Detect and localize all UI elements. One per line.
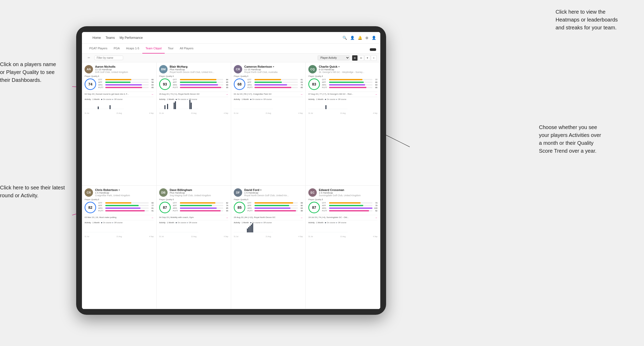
player-header: AN Aaron Nicholls 11-15 Handicap Drift G…: [85, 65, 154, 73]
recent-arrow[interactable]: →: [151, 216, 154, 219]
activity-header: Activity · 1 Month On course Off course: [308, 98, 377, 100]
quality-label: Player Quality ℹ: [234, 198, 303, 201]
stat-putt: PUTT 95: [173, 86, 228, 89]
filter-input[interactable]: [94, 56, 123, 60]
activity-chart: [159, 101, 228, 112]
quality-score[interactable]: 68: [234, 78, 245, 90]
recent-round[interactable]: 19 Jul 23 | 74 (+4), Sunningdale GC - Ol…: [308, 215, 377, 219]
recent-round[interactable]: 03 Mar 23 | 19, Must make putting →: [85, 215, 154, 219]
quality-score[interactable]: 82: [85, 202, 96, 213]
player-card[interactable]: CR Chris Robertson● 1-5 Handicap Craigmi…: [82, 186, 157, 309]
quality-section: 87 OTT 73 APP 79 ARG 103 PU: [308, 202, 377, 213]
stat-putt: PUTT 85: [98, 86, 154, 89]
tab-pga[interactable]: PGA: [111, 44, 123, 54]
add-team-button[interactable]: [370, 48, 376, 51]
stat-ott: OTT 84: [173, 78, 228, 81]
quality-label: Player Quality ℹ: [85, 75, 154, 77]
quality-score[interactable]: 93: [159, 78, 171, 90]
player-avatar: DF: [234, 188, 242, 197]
stat-arg: ARG 83: [247, 207, 303, 209]
player-header: CR Chris Robertson● 1-5 Handicap Craigmi…: [85, 188, 154, 197]
list-view-button[interactable]: ⊟: [358, 55, 364, 61]
stat-app: APP 58: [98, 81, 154, 83]
stat-putt: PUTT 94: [173, 210, 228, 212]
settings-icon[interactable]: ⊕: [365, 36, 368, 40]
player-card[interactable]: DF David Ford● 1-5 Handicap Royal North …: [231, 186, 306, 309]
recent-arrow[interactable]: →: [226, 93, 228, 96]
quality-score[interactable]: 74: [85, 78, 96, 90]
player-header: BM Blair McHarg Plus Handicap Royal Nort…: [159, 65, 228, 73]
player-avatar: AN: [85, 65, 93, 73]
player-handicap: 1-5 Handicap: [244, 191, 303, 194]
recent-arrow[interactable]: →: [375, 216, 377, 219]
player-name[interactable]: Aaron Nicholls: [95, 65, 154, 68]
activity-header: Activity · 1 Month On course Off course: [234, 98, 303, 100]
player-card[interactable]: AN Aaron Nicholls 11-15 Handicap Drift G…: [82, 62, 157, 186]
nav-right: 🔍 👤 🔔 ⊕ 👤: [342, 36, 376, 40]
quality-score[interactable]: 83: [308, 78, 320, 90]
recent-arrow[interactable]: →: [375, 93, 377, 96]
player-card[interactable]: CQ Charlie Quick● 6-10 Handicap St. Geor…: [306, 62, 380, 186]
recent-arrow[interactable]: →: [226, 216, 228, 219]
player-handicap: Plus Handicap: [170, 68, 228, 71]
search-icon[interactable]: 🔍: [342, 36, 347, 40]
profile-icon[interactable]: 👤: [350, 36, 355, 40]
player-club: Royal Perth Golf Club, Australia: [244, 71, 303, 73]
recent-arrow[interactable]: →: [151, 93, 154, 96]
recent-round[interactable]: 07 Aug 23 | 77 (+7), St George's Hill GC…: [308, 92, 377, 96]
player-name[interactable]: Edward Crossman: [319, 188, 377, 191]
recent-round[interactable]: 04 Sep 23 | Mobility with coach, Gym →: [159, 215, 228, 219]
recent-round[interactable]: 26 Aug 23 | 84 (+12), Royal North Devon …: [234, 215, 303, 219]
player-club: Craigmillar Park, United Kingdom: [95, 194, 154, 197]
show-select[interactable]: Player Activity Quality Score Trend: [318, 55, 350, 60]
player-grid: AN Aaron Nicholls 11-15 Handicap Drift G…: [82, 62, 380, 309]
player-name[interactable]: Chris Robertson●: [95, 188, 154, 191]
player-name[interactable]: Charlie Quick●: [319, 65, 377, 68]
tab-pgat-players[interactable]: PGAT Players: [86, 44, 111, 54]
player-name[interactable]: Cameron Robertson●: [244, 65, 303, 68]
recent-round[interactable]: 02 Sep 23 | Sunset round to get back int…: [85, 92, 154, 96]
recent-round[interactable]: 26 Aug 23 | 73 (+1), Royal North Devon G…: [159, 92, 228, 96]
tab-team-clippd[interactable]: Team Clippd: [142, 44, 165, 54]
player-name[interactable]: Dave Billingham: [170, 188, 228, 191]
player-avatar: CR: [85, 188, 93, 197]
player-name[interactable]: David Ford●: [244, 188, 303, 191]
stat-app: APP 77: [98, 204, 154, 207]
stats-list: OTT 60 APP 77 ARG 81 PUTT 91: [98, 202, 154, 212]
stat-app: APP 85: [173, 81, 228, 83]
player-header: EC Edward Crossman 1-5 Handicap Sunningd…: [308, 188, 377, 197]
quality-score[interactable]: 85: [234, 202, 245, 213]
stats-list: OTT 89 APP 80 ARG 83 PUTT 96: [247, 202, 303, 212]
player-name[interactable]: Blair McHarg: [170, 65, 228, 68]
player-card[interactable]: DB Dave Billingham Plus Handicap Sog Mag…: [157, 186, 231, 309]
player-avatar: CQ: [308, 65, 317, 73]
tab-all-players[interactable]: All Players: [177, 44, 197, 54]
nav-my-performance[interactable]: My Performance: [120, 36, 143, 40]
svg-line-4: [383, 134, 410, 147]
quality-score[interactable]: 87: [159, 202, 171, 213]
tab-hcaps[interactable]: Hcaps 1-5: [123, 44, 142, 54]
quality-score[interactable]: 87: [308, 202, 320, 213]
player-card[interactable]: CR Cameron Robertson● 11-15 Handicap Roy…: [231, 62, 306, 186]
recent-round[interactable]: 02 Jul 23 | 59 (+17), Craigmillar Park G…: [234, 92, 303, 96]
recent-arrow[interactable]: →: [300, 93, 303, 96]
nav-home[interactable]: Home: [92, 36, 101, 40]
user-avatar[interactable]: 👤: [372, 36, 376, 40]
filter-button[interactable]: ▼: [365, 55, 370, 61]
sub-nav: PGAT Players PGA Hcaps 1-5 Team Clippd T…: [82, 44, 380, 54]
player-info: Edward Crossman 1-5 Handicap Sunningdale…: [319, 188, 377, 197]
edit-icon[interactable]: ✏: [88, 56, 90, 60]
grid-view-button[interactable]: ⊞: [352, 55, 358, 61]
tab-tour[interactable]: Tour: [165, 44, 176, 54]
stats-list: OTT 77 APP 80 ARG 83 PUTT 86: [322, 78, 377, 89]
chart-labels: 31 Jul21 Aug4 Sep: [85, 236, 154, 237]
player-card[interactable]: EC Edward Crossman 1-5 Handicap Sunningd…: [306, 186, 380, 309]
nav-teams[interactable]: Teams: [106, 36, 115, 40]
recent-arrow[interactable]: →: [300, 216, 303, 219]
notification-icon[interactable]: 🔔: [358, 36, 362, 40]
player-card[interactable]: BM Blair McHarg Plus Handicap Royal Nort…: [157, 62, 231, 186]
player-club: St. George's Hill GC - Weybridge - Surre…: [319, 71, 377, 73]
stats-list: OTT 61 APP 63 ARG 75 PUTT 85: [247, 78, 303, 89]
sort-button[interactable]: ≡: [371, 55, 377, 61]
player-header: CQ Charlie Quick● 6-10 Handicap St. Geor…: [308, 65, 377, 73]
